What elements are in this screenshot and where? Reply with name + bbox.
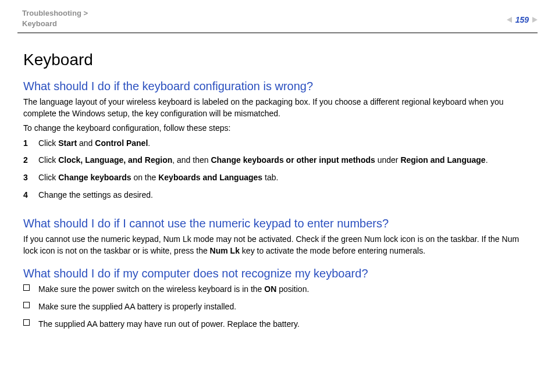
check-list: Make sure the power switch on the wirele… <box>23 284 532 336</box>
breadcrumb-line2: Keyboard <box>22 19 57 28</box>
question-heading: What should I do if the keyboard configu… <box>23 80 532 93</box>
check-item: Make sure the supplied AA battery is pro… <box>23 301 532 319</box>
breadcrumb-line1: Troubleshooting > <box>22 9 88 17</box>
page: Troubleshooting > Keyboard 159 Keyboard … <box>0 0 555 392</box>
page-header: Troubleshooting > Keyboard 159 <box>17 0 538 33</box>
check-item: Make sure the power switch on the wirele… <box>23 284 532 301</box>
checkbox-icon <box>23 284 30 291</box>
step-item: Change the settings as desired. <box>23 190 532 207</box>
prev-page-icon[interactable] <box>507 17 512 23</box>
body-text: The language layout of your wireless key… <box>23 97 532 119</box>
page-number-nav: 159 <box>507 15 538 24</box>
page-number: 159 <box>515 15 529 24</box>
breadcrumb: Troubleshooting > Keyboard <box>22 8 88 28</box>
step-list: Click Start and Control Panel. Click Clo… <box>23 138 532 206</box>
body-text: If you cannot use the numeric keypad, Nu… <box>23 234 532 256</box>
check-item: The supplied AA battery may have run out… <box>23 319 532 336</box>
step-item: Click Change keyboards on the Keyboards … <box>23 172 532 190</box>
step-item: Click Start and Control Panel. <box>23 138 532 155</box>
checkbox-icon <box>23 319 30 326</box>
checkbox-icon <box>23 302 30 308</box>
page-title: Keyboard <box>23 51 532 69</box>
step-item: Click Clock, Language, and Region, and t… <box>23 155 532 172</box>
next-page-icon[interactable] <box>532 17 538 23</box>
body-text: To change the keyboard configuration, fo… <box>23 123 532 134</box>
content: Keyboard What should I do if the keyboar… <box>0 33 555 336</box>
question-heading: What should I do if my computer does not… <box>23 267 532 280</box>
question-heading: What should I do if I cannot use the num… <box>23 217 532 230</box>
